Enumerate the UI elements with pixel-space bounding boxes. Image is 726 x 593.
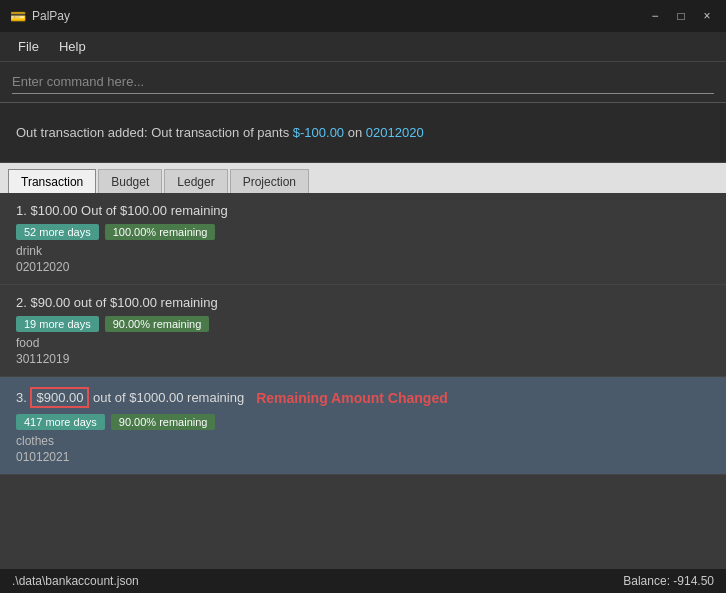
item-3-title: 3. $900.00 out of $1000.00 remaining: [16, 387, 244, 408]
item-2-date: 30112019: [16, 352, 710, 366]
item-1-days-badge: 52 more days: [16, 224, 99, 240]
budget-item-2: 2. $90.00 out of $100.00 remaining 19 mo…: [0, 285, 726, 377]
item-1-title: 1. $100.00 Out of $100.00 remaining: [16, 203, 710, 218]
file-path: .\data\bankaccount.json: [12, 574, 139, 588]
app-title: PalPay: [32, 9, 646, 23]
balance: Balance: -914.50: [623, 574, 714, 588]
item-2-remaining-badge: 90.00% remaining: [105, 316, 210, 332]
app-icon: 💳: [10, 8, 26, 24]
menu-help[interactable]: Help: [49, 35, 96, 58]
menu-bar: File Help: [0, 32, 726, 62]
menu-file[interactable]: File: [8, 35, 49, 58]
status-message: Out transaction added: Out transaction o…: [0, 103, 726, 163]
item-3-days-badge: 417 more days: [16, 414, 105, 430]
item-2-num: 2.: [16, 295, 30, 310]
item-3-remaining-badge: 90.00% remaining: [111, 414, 216, 430]
item-3-date: 01012021: [16, 450, 710, 464]
close-button[interactable]: ×: [698, 7, 716, 25]
command-input[interactable]: [12, 70, 714, 94]
tab-ledger[interactable]: Ledger: [164, 169, 227, 193]
item-2-category: food: [16, 336, 710, 350]
tab-projection[interactable]: Projection: [230, 169, 309, 193]
item-1-num: 1.: [16, 203, 30, 218]
item-3-category: clothes: [16, 434, 710, 448]
item-1-badges: 52 more days 100.00% remaining: [16, 224, 710, 240]
item-3-badges: 417 more days 90.00% remaining: [16, 414, 710, 430]
item-3-num: 3.: [16, 390, 30, 405]
item-3-changed-wrapper: 3. $900.00 out of $1000.00 remaining Rem…: [16, 387, 710, 408]
tab-budget[interactable]: Budget: [98, 169, 162, 193]
budget-item-3: 3. $900.00 out of $1000.00 remaining Rem…: [0, 377, 726, 475]
title-bar: 💳 PalPay − □ ×: [0, 0, 726, 32]
item-2-days-badge: 19 more days: [16, 316, 99, 332]
status-bar: .\data\bankaccount.json Balance: -914.50: [0, 569, 726, 593]
command-area: [0, 62, 726, 103]
maximize-button[interactable]: □: [672, 7, 690, 25]
remaining-changed-label: Remaining Amount Changed: [256, 390, 448, 406]
window-controls: − □ ×: [646, 7, 716, 25]
status-text: Out transaction added: Out transaction o…: [16, 125, 424, 140]
content-area: 1. $100.00 Out of $100.00 remaining 52 m…: [0, 193, 726, 569]
tabs-bar: Transaction Budget Ledger Projection: [0, 163, 726, 193]
item-1-date: 02012020: [16, 260, 710, 274]
item-3-amount-highlight: $900.00: [30, 387, 89, 408]
budget-item-1: 1. $100.00 Out of $100.00 remaining 52 m…: [0, 193, 726, 285]
minimize-button[interactable]: −: [646, 7, 664, 25]
item-2-badges: 19 more days 90.00% remaining: [16, 316, 710, 332]
item-1-remaining-badge: 100.00% remaining: [105, 224, 216, 240]
item-2-title: 2. $90.00 out of $100.00 remaining: [16, 295, 710, 310]
item-1-category: drink: [16, 244, 710, 258]
tab-transaction[interactable]: Transaction: [8, 169, 96, 193]
